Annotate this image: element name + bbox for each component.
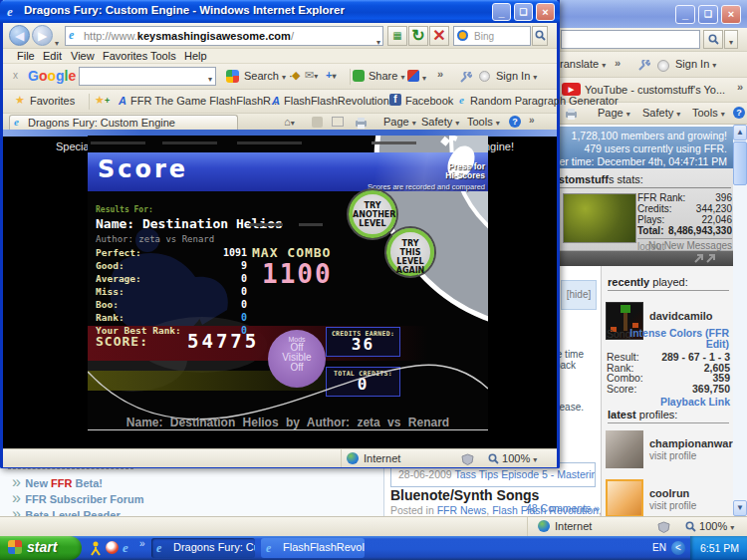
bg-toolbar-overflow[interactable]: » xyxy=(615,57,621,69)
bookmark-icon[interactable]: ◆ xyxy=(292,69,300,82)
compatibility-icon[interactable]: ▦ xyxy=(387,26,407,46)
bg-minimize-button[interactable]: _ xyxy=(675,5,695,24)
share-button[interactable]: Share ▾ xyxy=(369,70,404,82)
page-icon: e xyxy=(69,28,74,43)
signin-avatar-icon xyxy=(479,71,490,82)
wrench-icon[interactable] xyxy=(637,60,650,72)
print-icon[interactable] xyxy=(564,108,579,120)
cmd-overflow[interactable]: » xyxy=(529,115,535,126)
bg-page-button[interactable]: Page ▾ xyxy=(598,107,630,119)
task-flashflashrevolution[interactable]: e FlashFlashRevolution... xyxy=(261,538,365,558)
toolbar-close-icon[interactable]: x xyxy=(13,70,18,81)
bg-search-input[interactable] xyxy=(561,30,700,49)
posted-link-1[interactable]: FFR News xyxy=(437,504,487,516)
bg-fav-overflow[interactable]: » xyxy=(737,81,743,93)
player-name[interactable]: davidcamilo xyxy=(649,306,713,324)
bg-protected-icon[interactable] xyxy=(657,521,670,533)
safety-button[interactable]: Safety ▾ xyxy=(421,116,459,128)
profile-link[interactable]: visit profile xyxy=(649,495,696,513)
bg-signin-button[interactable]: Sign In ▾ xyxy=(675,58,716,70)
try-this-level-again-button[interactable]: TRY THIS LEVEL AGAIN xyxy=(386,228,434,276)
google-search-input[interactable]: ▾ xyxy=(79,67,216,86)
favorites-button[interactable]: Favorites xyxy=(30,95,75,107)
bg-safety-button[interactable]: Safety ▾ xyxy=(642,107,680,119)
tab-dragons-fury[interactable]: e Dragons Fury: Custom Engine xyxy=(9,115,238,130)
print-icon[interactable] xyxy=(354,117,369,129)
favorite-item-facebook[interactable]: Facebook xyxy=(405,95,453,107)
bg-zoom-level[interactable]: 100% ▾ xyxy=(685,520,734,532)
bg-scrollbar[interactable]: ▲ ▼ xyxy=(733,125,747,516)
fg-minimize-button[interactable]: _ xyxy=(492,3,511,21)
expand-arrows-icon[interactable] xyxy=(693,253,717,264)
toolbar-extra-icon[interactable] xyxy=(407,70,419,82)
quicklaunch-ball-icon[interactable] xyxy=(106,541,119,554)
start-button[interactable]: start xyxy=(0,536,82,560)
add-favorite-icon[interactable]: ★+ xyxy=(95,94,110,107)
menu-help[interactable]: Help xyxy=(184,50,207,62)
bg-search-button[interactable] xyxy=(703,30,723,49)
fg-search-input[interactable]: Bing xyxy=(453,26,531,46)
plus-icon[interactable]: +▾ xyxy=(326,69,336,81)
quicklaunch-aim-icon[interactable] xyxy=(90,541,102,556)
scroll-thumb[interactable] xyxy=(733,141,747,185)
fg-search-button[interactable] xyxy=(532,26,548,46)
game-banner-right: ngine! xyxy=(484,140,514,152)
back-button[interactable]: ◀ xyxy=(9,25,30,46)
refresh-button[interactable]: ↻ xyxy=(408,26,428,46)
playback-link[interactable]: Playback Link xyxy=(607,396,730,408)
favorite-item-ffr-the-game[interactable]: FFR The Game FlashFlashR... xyxy=(130,95,280,107)
read-mail-icon[interactable] xyxy=(332,117,344,127)
mail-icon[interactable]: ✉▾ xyxy=(305,69,318,82)
google-search-button[interactable]: Search ▾ · xyxy=(244,70,293,82)
hide-box[interactable]: [hide] xyxy=(561,280,597,310)
messages-link[interactable]: No New Messages xyxy=(558,240,732,251)
press-for-hiscores[interactable]: Press forHi-Scores xyxy=(445,162,485,180)
menu-favorites[interactable]: Favorites xyxy=(103,50,147,62)
windows-logo-icon xyxy=(8,540,22,554)
tray-collapse-icon[interactable]: < xyxy=(671,541,685,555)
bg-tools-button[interactable]: Tools ▾ xyxy=(692,107,725,119)
bg-translate-button[interactable]: ranslate ▾ xyxy=(560,58,606,70)
fg-zoom-level[interactable]: 100% ▾ xyxy=(488,452,537,464)
bg-restore-button[interactable]: ❏ xyxy=(698,5,718,24)
fg-protected-icon[interactable] xyxy=(461,453,474,465)
forward-button[interactable]: ▶ xyxy=(32,25,53,46)
scroll-up-button[interactable]: ▲ xyxy=(733,125,747,140)
fg-titlebar[interactable]: e Dragons Fury: Custom Engine - Windows … xyxy=(0,0,560,23)
google-g-icon xyxy=(226,70,239,83)
menu-file[interactable]: File xyxy=(17,50,35,62)
page-button[interactable]: Page ▾ xyxy=(383,116,416,128)
signin-button[interactable]: Sign In ▾ xyxy=(496,70,537,82)
favorite-item-flashflashrevolution[interactable]: FlashFlashRevolution xyxy=(284,95,389,107)
home-icon[interactable]: ⌂▾ xyxy=(284,116,295,128)
task-dragons-fury[interactable]: e Dragons Fury: Custo... xyxy=(151,538,255,558)
stop-button[interactable]: ✕ xyxy=(429,26,449,46)
sidebar-item-beta-level-reader[interactable]: » Beta Level Reader xyxy=(12,505,121,516)
favorite-item-random-paragraph[interactable]: Random Paragraph Generator xyxy=(470,95,619,107)
scroll-down-button[interactable]: ▼ xyxy=(733,500,747,516)
tray-language[interactable]: EN xyxy=(652,542,666,553)
address-dropdown[interactable]: ▾ xyxy=(376,31,380,49)
rss-icon[interactable] xyxy=(312,117,323,128)
help-icon[interactable]: ? xyxy=(733,107,745,119)
menu-view[interactable]: View xyxy=(71,50,95,62)
menu-edit[interactable]: Edit xyxy=(43,50,62,62)
help-icon[interactable]: ? xyxy=(509,116,521,128)
comments-link[interactable]: 48 Comments » xyxy=(526,502,600,514)
menu-tools[interactable]: Tools xyxy=(150,50,176,62)
bg-search-dropdown[interactable]: ▾ xyxy=(724,30,738,49)
address-input[interactable]: e http://www.keysmashingisawesome.com/ ▾ xyxy=(65,26,383,46)
quicklaunch-overflow[interactable]: » xyxy=(139,538,145,549)
google-logo: Google xyxy=(28,68,76,84)
quicklaunch-ie-icon[interactable]: e xyxy=(123,540,128,556)
bg-close-button[interactable]: × xyxy=(721,5,741,24)
tools-button[interactable]: Tools ▾ xyxy=(467,116,500,128)
song-link[interactable]: Intense Colors (FFREdit) xyxy=(622,328,729,350)
gtool-overflow[interactable]: » xyxy=(437,68,443,80)
history-dropdown[interactable]: ▾ xyxy=(55,32,59,50)
fg-close-button[interactable]: × xyxy=(536,3,555,21)
try-another-level-button[interactable]: TRY ANOTHER LEVEL xyxy=(349,190,396,238)
fg-maximize-button[interactable]: ❏ xyxy=(514,3,533,21)
profile-link[interactable]: visit profile xyxy=(649,445,696,463)
wrench-icon[interactable] xyxy=(459,72,472,84)
